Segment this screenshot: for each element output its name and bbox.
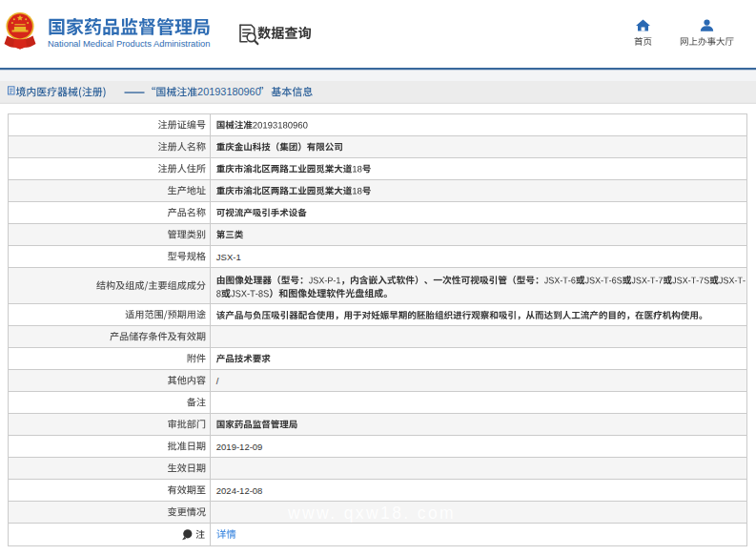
svg-text:2019-12-09: 2019-12-09 — [216, 442, 263, 452]
svg-text:JSX-1: JSX-1 — [216, 252, 241, 262]
svg-text:/: / — [216, 376, 219, 386]
svg-text:National Medical Products Admi: National Medical Products Administration — [48, 38, 210, 49]
svg-text:www. qxw18. com: www. qxw18. com — [287, 504, 456, 523]
svg-text:20193180960: 20193180960 — [197, 86, 261, 97]
svg-text:2024-12-08: 2024-12-08 — [216, 485, 263, 496]
